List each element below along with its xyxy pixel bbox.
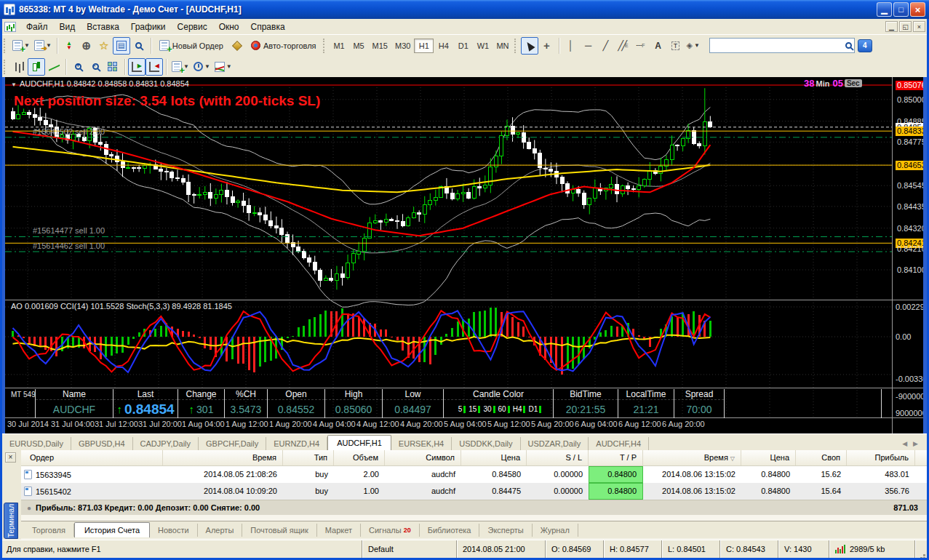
timeframe-m15[interactable]: M15 [369,39,391,53]
timeframe-mn[interactable]: MN [493,39,512,53]
zoom-out-button[interactable]: - [87,58,104,76]
menu-item-4[interactable]: Сервис [172,20,213,33]
table-row[interactable]: 156339452014.08.05 21:08:26buy2.00audchf… [21,466,927,483]
timeframe-m5[interactable]: M5 [349,39,369,53]
mdi-close-button[interactable]: × [913,21,925,32]
menu-item-6[interactable]: Справка [245,20,291,33]
terminal-tab-новости[interactable]: Новости [150,524,198,537]
terminal-col-4[interactable]: Символ [385,450,461,465]
zoom-in-button[interactable]: + [69,58,87,76]
tab-scroll-left-icon[interactable]: ◀ [902,440,907,447]
terminal-col-8[interactable]: Время▽ [643,450,741,465]
crosshair-target-button[interactable]: ⊕ [78,37,95,55]
timeframe-h1[interactable]: H1 [414,39,434,53]
terminal-tab-торговля[interactable]: Торговля [24,524,74,537]
chart-tab-eursek-h4[interactable]: EURSEK,H4 [391,437,452,450]
menu-item-1[interactable]: Вид [54,20,81,33]
terminal-col-5[interactable]: Цена [461,450,527,465]
notification-bubble[interactable]: 4 [858,39,872,52]
chart-menu-icon[interactable] [4,22,16,32]
terminal-close-button[interactable]: × [5,452,16,463]
title-bar[interactable]: 865338: MT 4 by Weltrade - Демо Счет - [… [0,0,929,19]
status-profile[interactable]: Default [362,540,456,558]
terminal-col-10[interactable]: Своп [796,450,847,465]
chart-area[interactable]: ▼AUDCHF,H1 0.84842 0.84858 0.84831 0.848… [5,77,923,433]
market-watch-button[interactable] [130,37,148,55]
search-input[interactable] [712,39,845,52]
table-row[interactable]: 156154022014.08.04 10:09:20buy1.00audchf… [21,483,927,500]
terminal-col-2[interactable]: Тип [283,450,334,465]
menu-item-0[interactable]: Файл [20,20,54,33]
toolbar-grip[interactable] [4,39,7,53]
chart-tab-usdzar-daily[interactable]: USDZAR,Daily [521,437,589,450]
text-tool-button[interactable]: A [650,37,667,55]
new-order-button[interactable]: + Новый Ордер [154,37,228,55]
trendline-tool-button[interactable]: ╱ [597,37,615,55]
chart-shift-button[interactable] [145,58,163,76]
chart-tab-audchf-h4[interactable]: AUDCHF,H4 [589,437,649,450]
terminal-col-7[interactable]: T / P [589,450,643,465]
new-chart-button[interactable]: +▼ [10,37,32,55]
data-window-button[interactable]: ▤ [113,37,130,55]
chart-tab-cadjpy-daily[interactable]: CADJPY,Daily [133,437,199,450]
chart-tab-gbpchf-daily[interactable]: GBPCHF,Daily [199,437,266,450]
chart-tab-eurusd-daily[interactable]: EURUSD,Daily [2,437,71,450]
chart-tab-gbpusd-h4[interactable]: GBPUSD,H4 [71,437,133,450]
terminal-tab-эксперты[interactable]: Эксперты [479,524,532,537]
favorites-button[interactable]: ☆ [95,37,113,55]
terminal-tab-журнал[interactable]: Журнал [533,524,578,537]
auto-scroll-button[interactable] [128,58,145,76]
templates-button[interactable]: ▼ [212,58,234,76]
candlestick-chart-button[interactable] [28,58,45,76]
toolbar-grip[interactable] [514,39,518,53]
cursor-tool-button[interactable] [521,37,538,55]
periods-button[interactable]: ▼ [191,58,212,76]
bar-chart-button[interactable] [10,58,28,76]
terminal-col-0[interactable]: Ордер [21,450,163,465]
resize-grip[interactable] [914,540,927,558]
mdi-restore-button[interactable]: ◱ [899,21,912,32]
close-button[interactable]: × [910,2,925,17]
terminal-col-11[interactable]: Прибыль [847,450,915,465]
shapes-button[interactable]: ◈▼ [685,37,702,55]
terminal-tab-алерты[interactable]: Алерты [198,524,243,537]
toolbar-grip[interactable] [4,60,7,74]
hline-tool-button[interactable]: ─ [580,37,597,55]
terminal-tab-библиотека[interactable]: Библиотека [420,524,480,537]
depth-button[interactable] [228,37,246,55]
terminal-col-3[interactable]: Объем [334,450,385,465]
auto-trading-button[interactable]: Авто-торговля [246,37,322,55]
terminal-col-1[interactable]: Время [163,450,283,465]
chart-tab-eurnzd-h4[interactable]: EURNZD,H4 [266,437,327,450]
terminal-side-tab[interactable]: Терминал [4,503,18,539]
search-icon[interactable] [845,42,852,49]
crosshair-tool-button[interactable]: + [538,37,556,55]
profiles-button[interactable]: ➜▼ [32,37,54,55]
timeframe-m30[interactable]: M30 [391,39,414,53]
timeframe-h4[interactable]: H4 [434,39,453,53]
terminal-col-6[interactable]: S / L [527,450,589,465]
line-chart-button[interactable] [45,58,63,76]
terminal-table-header[interactable]: ОрдерВремяТипОбъемСимволЦенаS / LT / PВр… [21,450,927,466]
fibonacci-tool-button[interactable]: ┄F [632,37,650,55]
terminal-tab-сигналы[interactable]: Сигналы20 [361,524,420,537]
mdi-minimize-button[interactable]: ▁ [885,21,898,32]
vline-tool-button[interactable]: │ [562,37,580,55]
terminal-tab-маркет[interactable]: Маркет [317,524,361,537]
toolbar-grip[interactable] [323,39,327,53]
chart-tab-usddkk-daily[interactable]: USDDKK,Daily [452,437,520,450]
label-tool-button[interactable]: T [667,37,685,55]
timeframe-w1[interactable]: W1 [473,39,493,53]
menu-item-2[interactable]: Вставка [81,20,125,33]
terminal-tab-история-счета[interactable]: История Счета [74,522,150,537]
symbols-button[interactable]: ▲▼ [60,37,78,55]
maximize-button[interactable]: □ [893,2,909,17]
menu-item-5[interactable]: Окно [213,20,245,33]
terminal-col-9[interactable]: Цена [741,450,796,465]
chart-tab-audchf-h1[interactable]: AUDCHF,H1 [327,435,391,450]
chart-symbol-line[interactable]: ▼AUDCHF,H1 0.84842 0.84858 0.84831 0.848… [11,79,189,88]
timeframe-m1[interactable]: M1 [330,39,349,53]
timeframe-d1[interactable]: D1 [453,39,473,53]
tab-scroll-right-icon[interactable]: ▶ [913,440,918,447]
terminal-tab-почтовый-ящик[interactable]: Почтовый ящик [242,524,316,537]
